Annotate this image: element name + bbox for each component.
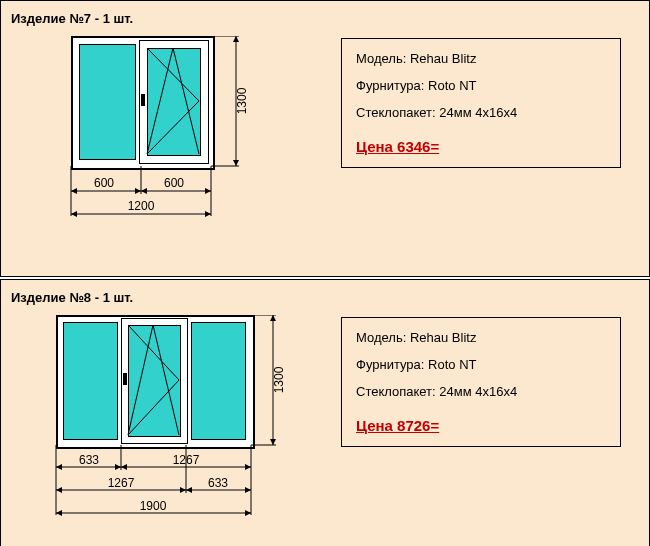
window-drawing: 1300 633 1267 1267 633 1900 — [11, 315, 321, 546]
product-title: Изделие №7 - 1 шт. — [11, 11, 639, 26]
hardware-line: Фурнитура: Roto NT — [356, 357, 606, 372]
info-box: Модель: Rehau Blitz Фурнитура: Roto NT С… — [341, 38, 621, 168]
content-row: 1300 600 600 1200 Модель: Rehau Blitz Фу… — [11, 36, 639, 266]
product-block-8: Изделие №8 - 1 шт. — [0, 279, 650, 546]
price: Цена 8726= — [356, 417, 606, 434]
product-block-7: Изделие №7 - 1 шт. — [0, 0, 650, 277]
info-box: Модель: Rehau Blitz Фурнитура: Roto NT С… — [341, 317, 621, 447]
glazing-line: Стеклопакет: 24мм 4х16х4 — [356, 105, 606, 120]
dim-d: 633 — [203, 476, 233, 490]
price: Цена 6346= — [356, 138, 606, 155]
dim-total: 1200 — [121, 199, 161, 213]
model-line: Модель: Rehau Blitz — [356, 51, 606, 66]
model-line: Модель: Rehau Blitz — [356, 330, 606, 345]
dim-a: 633 — [74, 453, 104, 467]
dim-b: 1267 — [166, 453, 206, 467]
dim-total: 1900 — [133, 499, 173, 513]
window-drawing: 1300 600 600 1200 — [11, 36, 321, 266]
dim-right: 600 — [159, 176, 189, 190]
content-row: 1300 633 1267 1267 633 1900 Модель: Reha… — [11, 315, 639, 546]
dim-height: 1300 — [272, 367, 286, 394]
glazing-line: Стеклопакет: 24мм 4х16х4 — [356, 384, 606, 399]
product-title: Изделие №8 - 1 шт. — [11, 290, 639, 305]
dim-c: 1267 — [101, 476, 141, 490]
dim-left: 600 — [89, 176, 119, 190]
dim-height: 1300 — [235, 88, 249, 115]
hardware-line: Фурнитура: Roto NT — [356, 78, 606, 93]
